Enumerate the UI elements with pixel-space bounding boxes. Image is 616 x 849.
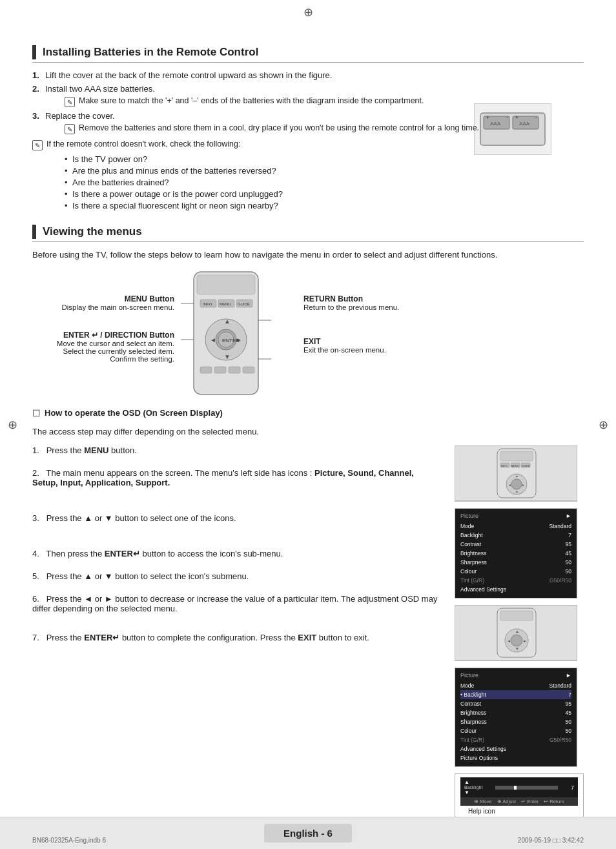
svg-text:MENU: MENU — [511, 464, 519, 467]
note-icon-top: ✎ — [32, 140, 43, 150]
help-icon-label: Help icon — [460, 808, 578, 815]
remote-diagram: MENU Button Display the main on-screen m… — [32, 269, 584, 398]
bullet-4: Is there a power outage or is the power … — [65, 189, 584, 199]
svg-text:MENU: MENU — [220, 302, 231, 306]
osd-step-3: 3. Press the ▲ or ▼ button to select one… — [32, 513, 442, 523]
screenshot-menu-2: Picture ► ModeStandard • Backlight7 Cont… — [455, 668, 577, 767]
bottom-bar: English - 6 — [0, 817, 616, 849]
svg-rect-10 — [197, 275, 255, 294]
osd-step-2: 2. The main menu appears on the screen. … — [32, 468, 442, 487]
osd-step-1: 1. Press the MENU button. — [32, 445, 442, 455]
svg-text:ENTER: ENTER — [222, 338, 240, 343]
step-1: 1. Lift the cover at the back of the rem… — [32, 70, 584, 80]
menu-display-1: Picture ► ModeStandard Backlight7 Contra… — [455, 509, 577, 598]
exit-button-ann: EXIT Exit the on-screen menu. — [303, 337, 584, 354]
svg-text:►: ► — [522, 483, 525, 487]
osd-heading: How to operate the OSD (On Screen Displa… — [45, 408, 223, 418]
section-bar-2 — [32, 225, 36, 239]
help-icon-box: ▲ Backlight ▼ 7 — [455, 773, 584, 819]
svg-text:INFO: INFO — [203, 302, 212, 306]
help-nav-bar: ⊕ Move ⊕ Adjust ↵ Enter ↩ Return — [460, 797, 578, 806]
section1-title: Installing Batteries in the Remote Contr… — [43, 46, 258, 59]
note-icon-1: ✎ — [65, 97, 75, 107]
svg-rect-34 — [500, 451, 533, 461]
right-annotations: RETURN Button Return to the previous men… — [284, 269, 584, 398]
footer-right: 2009-05-19 □□ 3:42:42 — [518, 837, 584, 844]
remote-small-2: ▲ ▼ ◄ ► — [455, 606, 577, 660]
osd-content: 1. Press the MENU button. 2. The main me… — [32, 445, 584, 819]
svg-text:▼: ▼ — [515, 647, 519, 651]
osd-intro: The access step may differ depending on … — [32, 427, 584, 436]
step-2: 2. Install two AAA size batteries. ✎ Mak… — [32, 84, 584, 107]
svg-text:◄: ◄ — [508, 483, 511, 487]
menu-display-2: Picture ► ModeStandard • Backlight7 Cont… — [455, 668, 577, 766]
viewing-intro: Before using the TV, follow the steps be… — [32, 250, 584, 260]
svg-text:▲: ▲ — [515, 629, 519, 633]
note-2: ✎ Remove the batteries and store them in… — [65, 123, 584, 134]
help-row: ▲ Backlight ▼ 7 — [460, 777, 578, 797]
bullet-2: Are the plus and minus ends of the batte… — [65, 166, 584, 176]
check-list: Is the TV power on? Are the plus and min… — [65, 154, 584, 210]
section1-heading: Installing Batteries in the Remote Contr… — [32, 45, 584, 63]
osd-section: ☐ How to operate the OSD (On Screen Disp… — [32, 408, 584, 819]
top-crosshair-icon: ⊕ — [303, 5, 313, 19]
screenshot-remote-1: INFO MENU GUIDE ▲ ▼ ◄ ► — [455, 445, 577, 502]
svg-text:▲: ▲ — [224, 318, 231, 325]
section2-title: Viewing the menus — [43, 225, 142, 238]
svg-rect-48 — [500, 611, 533, 620]
svg-text:▲: ▲ — [515, 474, 518, 478]
return-button-ann: RETURN Button Return to the previous men… — [303, 294, 584, 311]
osd-step-5: 5. Press the ▲ or ▼ button to select the… — [32, 571, 442, 581]
svg-point-50 — [511, 635, 522, 646]
svg-text:INFO: INFO — [501, 464, 508, 467]
slider-thumb — [514, 786, 517, 790]
osd-step-4: 4. Then press the ENTER↵ button to acces… — [32, 549, 442, 558]
svg-text:▼: ▼ — [515, 490, 518, 494]
svg-text:GUIDE: GUIDE — [522, 464, 530, 467]
screenshot-remote-2: ▲ ▼ ◄ ► — [455, 605, 577, 661]
note-1: ✎ Make sure to match the '+' and '–' end… — [65, 96, 584, 107]
svg-text:◄: ◄ — [210, 336, 216, 343]
checkbox-icon: ☐ — [32, 408, 41, 418]
svg-rect-26 — [214, 367, 226, 373]
bullet-5: Is there a special fluorescent light or … — [65, 201, 584, 210]
footer-left: BN68-02325A-Eng.indb 6 — [32, 837, 106, 844]
svg-text:▼: ▼ — [224, 353, 231, 360]
right-crosshair-icon: ⊕ — [599, 418, 608, 432]
menu-button-ann: MENU Button Display the main on-screen m… — [32, 294, 174, 311]
bullet-3: Are the batteries drained? — [65, 178, 584, 187]
osd-screenshots: INFO MENU GUIDE ▲ ▼ ◄ ► — [455, 445, 584, 819]
svg-text:►: ► — [523, 639, 527, 643]
svg-rect-27 — [229, 367, 240, 373]
bullet-1: Is the TV power on? — [65, 154, 584, 164]
svg-rect-25 — [200, 367, 212, 373]
backlight-label: Backlight — [464, 785, 482, 790]
left-annotations: MENU Button Display the main on-screen m… — [32, 269, 174, 398]
section2-heading: Viewing the menus — [32, 225, 584, 242]
svg-text:GUIDE: GUIDE — [238, 302, 250, 306]
page-footer: BN68-02325A-Eng.indb 6 2009-05-19 □□ 3:4… — [32, 837, 584, 844]
enter-button-ann: ENTER ↵ / DIRECTION Button Move the curs… — [32, 331, 174, 363]
slider-bar — [495, 786, 557, 790]
left-crosshair-icon: ⊕ — [8, 418, 17, 432]
svg-rect-28 — [243, 367, 254, 373]
osd-step-6: 6. Press the ◄ or ► button to decrease o… — [32, 594, 442, 613]
remote-image: INFO MENU GUIDE ▲ ▼ ◄ ► ENTER — [174, 269, 284, 398]
installation-steps: 1. Lift the cover at the back of the rem… — [32, 70, 584, 134]
osd-step-7: 7. Press the ENTER↵ button to complete t… — [32, 633, 442, 642]
screenshot-menu-1: Picture ► ModeStandard Backlight7 Contra… — [455, 508, 577, 598]
note-icon-2: ✎ — [65, 124, 75, 134]
step-3: 3. Replace the cover. ✎ Remove the batte… — [32, 111, 584, 134]
svg-text:◄: ◄ — [507, 639, 511, 643]
osd-steps: 1. Press the MENU button. 2. The main me… — [32, 445, 442, 819]
svg-point-42 — [511, 479, 522, 489]
section-bar — [32, 45, 36, 59]
backlight-value: 7 — [571, 784, 574, 791]
remote-small-1: INFO MENU GUIDE ▲ ▼ ◄ ► — [455, 446, 577, 501]
